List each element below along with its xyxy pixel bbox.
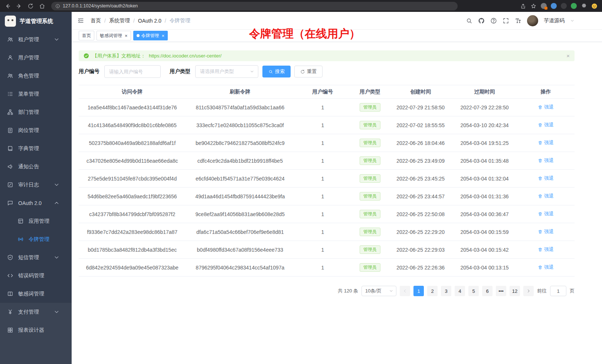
- search-icon: [268, 69, 273, 74]
- search-icon[interactable]: [466, 17, 472, 24]
- extension-icon[interactable]: [561, 3, 567, 9]
- force-logout-button[interactable]: 强退: [538, 193, 554, 199]
- site-info-icon[interactable]: [55, 4, 60, 9]
- tab-令牌管理[interactable]: 令牌管理×: [133, 31, 168, 40]
- search-button-label: 搜索: [275, 68, 285, 75]
- extension-icon[interactable]: [551, 3, 557, 9]
- force-logout-button[interactable]: 强退: [538, 104, 554, 110]
- user-id-input[interactable]: [104, 65, 161, 78]
- sidebar-item[interactable]: 通知公告: [0, 158, 72, 176]
- tab-敏感词管理[interactable]: 敏感词管理×: [96, 31, 131, 40]
- sidebar-item[interactable]: 租户管理: [0, 30, 72, 49]
- close-icon[interactable]: ×: [125, 33, 128, 38]
- page-size-select[interactable]: 10条/页: [361, 286, 396, 296]
- close-icon[interactable]: ×: [162, 33, 165, 38]
- page-button-2[interactable]: 2: [427, 286, 438, 296]
- expire-time-cell: 2022-07-29 22:28:50: [452, 105, 517, 110]
- tree-icon: [7, 109, 13, 115]
- prev-page-button[interactable]: [400, 286, 410, 296]
- next-page-button[interactable]: [523, 286, 534, 296]
- breadcrumb-item[interactable]: 首页: [91, 17, 101, 24]
- hamburger-icon[interactable]: [77, 17, 84, 24]
- sidebar-item[interactable]: 审计日志: [0, 176, 72, 194]
- fullscreen-icon[interactable]: [503, 17, 509, 24]
- profile-avatar-icon[interactable]: [591, 3, 598, 9]
- chevron-down-icon: [53, 36, 60, 43]
- user-id-cell: 1: [294, 158, 351, 164]
- force-logout-button[interactable]: 强退: [538, 139, 554, 146]
- sidebar-item[interactable]: 应用管理: [0, 212, 72, 230]
- force-logout-button[interactable]: 强退: [538, 175, 554, 182]
- sidebar-filler: [0, 339, 72, 364]
- sidebar-item[interactable]: 错误码管理: [0, 267, 72, 285]
- breadcrumb-item[interactable]: 系统管理: [109, 17, 130, 24]
- main-area: 首页/系统管理/OAuth 2.0/令牌管理 芋道源码 令牌管理（在线用户） 首…: [72, 12, 602, 364]
- sidebar-item[interactable]: 角色管理: [0, 67, 72, 85]
- browser-chrome: 127.0.0.1:1024/system/oauth2/token: [0, 0, 602, 12]
- alert-link[interactable]: https://doc.iocoder.cn/user-center/: [149, 53, 222, 59]
- alert-close-icon[interactable]: ×: [566, 53, 570, 59]
- search-button[interactable]: 搜索: [262, 66, 291, 77]
- force-logout-button[interactable]: 强退: [538, 228, 554, 235]
- sidebar-item[interactable]: 支付管理: [0, 303, 72, 321]
- sidebar-item[interactable]: 令牌管理: [0, 230, 72, 248]
- access-token-cell: 6d842e2924594de9a09e45e087323abe: [79, 265, 186, 271]
- page-button-12[interactable]: 12: [510, 286, 520, 296]
- browser-refresh-icon[interactable]: [27, 3, 34, 9]
- extension-icon[interactable]: [541, 3, 547, 9]
- table-row: c342377bf8b344799dcbf7bf095287f2 9ce8ef2…: [79, 205, 575, 223]
- chevron-down-icon[interactable]: [570, 19, 575, 23]
- goto-page-input[interactable]: [550, 286, 566, 296]
- access-token-cell: 275e5de9151045fe87cbdc395e004f4d: [79, 176, 186, 182]
- force-logout-button[interactable]: 强退: [538, 264, 554, 271]
- sidebar-item[interactable]: 报表设计器: [0, 321, 72, 339]
- page-button-3[interactable]: 3: [441, 286, 451, 296]
- force-logout-button[interactable]: 强退: [538, 122, 554, 128]
- column-header: 用户类型: [351, 89, 389, 95]
- refresh-icon: [300, 69, 305, 74]
- force-logout-button[interactable]: 强退: [538, 157, 554, 164]
- browser-back-icon[interactable]: [4, 3, 11, 9]
- sidebar-item[interactable]: 菜单管理: [0, 85, 72, 103]
- extension-icon[interactable]: [571, 3, 577, 9]
- github-icon[interactable]: [478, 17, 485, 24]
- font-size-icon[interactable]: [515, 17, 521, 24]
- reset-button[interactable]: 重置: [294, 66, 323, 77]
- page-button-6[interactable]: 6: [482, 286, 493, 296]
- column-header: 操作: [517, 89, 575, 95]
- breadcrumb-item[interactable]: OAuth 2.0: [138, 18, 161, 24]
- browser-forward-icon[interactable]: [16, 3, 22, 9]
- sidebar-item[interactable]: 岗位管理: [0, 121, 72, 139]
- page-ellipsis[interactable]: •••: [496, 286, 506, 296]
- sidebar-item-label: 通知公告: [18, 163, 39, 170]
- page-button-1[interactable]: 1: [413, 286, 424, 296]
- sidebar-item-label: 报表设计器: [18, 327, 44, 334]
- sidebar-item[interactable]: 字典管理: [0, 139, 72, 158]
- page-button-5[interactable]: 5: [468, 286, 479, 296]
- user-type-select[interactable]: 请选择用户类型: [195, 65, 258, 78]
- user-avatar[interactable]: [527, 15, 538, 26]
- access-token-cell: 1ea5e44f8bc1467aaede43144f31de76: [79, 105, 186, 110]
- sidebar-item-label: 审计日志: [18, 182, 39, 188]
- help-icon[interactable]: [490, 17, 497, 24]
- sidebar-item[interactable]: 短信管理: [0, 248, 72, 267]
- sidebar-item[interactable]: 用户管理: [0, 49, 72, 67]
- sidebar-item[interactable]: 部门管理: [0, 103, 72, 121]
- force-logout-button[interactable]: 强退: [538, 246, 554, 253]
- created-time-cell: 2022-06-25 22:26:36: [389, 265, 452, 271]
- browser-home-icon[interactable]: [39, 3, 45, 9]
- tab-首页[interactable]: 首页: [79, 31, 94, 40]
- action-cell: 强退: [517, 175, 575, 182]
- force-logout-button[interactable]: 强退: [538, 211, 554, 217]
- username[interactable]: 芋道源码: [544, 17, 565, 24]
- access-token-cell: f9336e7c7dd242a283ee98dc86b17a87: [79, 229, 186, 235]
- page-button-4[interactable]: 4: [455, 286, 465, 296]
- user-id-cell: 1: [294, 140, 351, 146]
- bookmark-star-icon[interactable]: [530, 3, 537, 9]
- url-bar[interactable]: 127.0.0.1:1024/system/oauth2/token: [51, 2, 458, 10]
- sidebar-item[interactable]: 敏感词管理: [0, 285, 72, 303]
- extensions-puzzle-icon[interactable]: [581, 3, 587, 9]
- action-cell: 强退: [517, 139, 575, 146]
- sidebar-item[interactable]: OAuth 2.0: [0, 194, 72, 212]
- share-icon[interactable]: [520, 3, 526, 9]
